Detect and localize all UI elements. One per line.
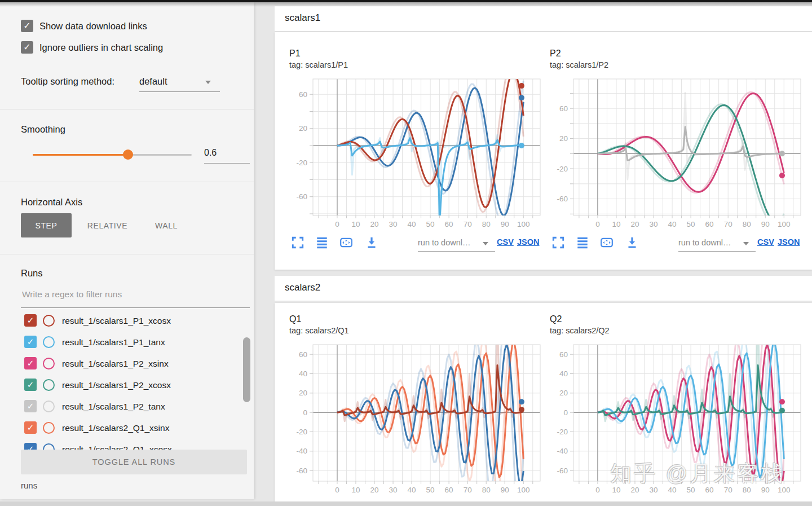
chart-toolbar: run to downl… CSV JSON xyxy=(282,235,541,255)
download-icon[interactable] xyxy=(365,236,378,249)
fit-domain-icon[interactable] xyxy=(339,236,353,249)
run-checkbox[interactable]: ✓ xyxy=(24,314,37,327)
run-list-item[interactable]: ✓result_1/scalars1_P1_xcosx xyxy=(0,312,242,333)
line-chart-Q1[interactable]: 01020304050607080901006040200-20-40-60 xyxy=(282,340,541,504)
run-checkbox[interactable]: ✓ xyxy=(24,379,37,391)
run-to-download-dropdown[interactable]: run to downl… xyxy=(678,238,737,247)
chart-toolbar: run to downl… CSV JSON xyxy=(542,235,802,255)
toggle-all-runs-button[interactable]: TOGGLE ALL RUNS xyxy=(21,450,247,474)
run-list-item[interactable]: ✓result_1/scalars1_P2_xcosx xyxy=(0,376,242,398)
svg-text:40: 40 xyxy=(668,220,677,228)
download-dropdown-underline xyxy=(418,251,495,252)
run-list-item[interactable]: ✓result_1/scalars1_P1_tanx xyxy=(0,333,242,355)
svg-text:80: 80 xyxy=(482,486,491,494)
svg-text:20: 20 xyxy=(299,124,307,133)
smoothing-label: Smoothing xyxy=(21,124,65,135)
csv-download-link[interactable]: CSV xyxy=(497,237,514,247)
run-name-label: result_1/scalars1_P1_tanx xyxy=(62,336,165,349)
run-checkbox[interactable]: ✓ xyxy=(24,421,37,434)
show-download-links-checkbox[interactable]: ✓ xyxy=(21,20,33,32)
svg-text:30: 30 xyxy=(650,220,658,228)
run-color-ring-icon[interactable] xyxy=(43,358,55,369)
run-color-ring-icon[interactable] xyxy=(43,379,55,391)
svg-text:60: 60 xyxy=(445,486,453,494)
section-header-scalars2[interactable]: scalars2 xyxy=(275,276,812,301)
top-bar-shadow xyxy=(0,2,812,7)
svg-text:-40: -40 xyxy=(296,447,307,455)
svg-text:20: 20 xyxy=(559,389,568,397)
download-dropdown-caret-icon[interactable] xyxy=(743,242,749,245)
axis-step-button[interactable]: STEP xyxy=(21,213,72,237)
svg-text:40: 40 xyxy=(299,369,307,378)
run-checkbox[interactable]: ✓ xyxy=(24,400,37,412)
run-checkbox[interactable]: ✓ xyxy=(24,336,37,348)
svg-text:20: 20 xyxy=(299,389,307,397)
divider xyxy=(0,182,254,182)
line-chart-P1[interactable]: 01020304050607080901006020-20-60 xyxy=(282,74,541,238)
chart-title: P1 xyxy=(289,49,301,59)
tensorboard-scalars-page: ✓ Show data download links ✓ Ignore outl… xyxy=(0,0,812,506)
svg-text:90: 90 xyxy=(761,220,770,228)
axis-wall-button[interactable]: WALL xyxy=(145,213,187,237)
smoothing-slider-handle[interactable] xyxy=(123,149,133,160)
smoothing-slider[interactable] xyxy=(33,154,192,156)
svg-text:10: 10 xyxy=(351,486,360,494)
svg-text:10: 10 xyxy=(612,220,620,228)
tooltip-dropdown-caret-icon[interactable] xyxy=(205,81,211,84)
svg-text:20: 20 xyxy=(370,486,378,494)
data-table-icon[interactable] xyxy=(315,236,329,249)
fit-domain-icon[interactable] xyxy=(600,236,614,249)
svg-text:90: 90 xyxy=(501,220,509,228)
axis-relative-button[interactable]: RELATIVE xyxy=(81,213,134,237)
bottom-scroll-strip[interactable] xyxy=(0,501,812,506)
svg-text:100: 100 xyxy=(778,220,791,228)
data-table-icon[interactable] xyxy=(576,236,589,249)
chart-title: Q1 xyxy=(289,314,301,324)
svg-text:50: 50 xyxy=(426,486,435,494)
svg-text:0: 0 xyxy=(303,408,307,417)
chart-tag: tag: scalars2/Q2 xyxy=(550,326,610,335)
smoothing-value[interactable]: 0.6 xyxy=(204,148,250,158)
run-color-ring-icon[interactable] xyxy=(43,315,55,327)
chart-tag: tag: scalars2/Q1 xyxy=(289,326,349,335)
download-icon[interactable] xyxy=(625,236,639,249)
download-dropdown-caret-icon[interactable] xyxy=(483,242,488,245)
json-download-link[interactable]: JSON xyxy=(778,237,800,247)
run-name-label: result_1/scalars1_P2_xsinx xyxy=(62,357,169,371)
smoothing-value-underline xyxy=(204,163,250,164)
run-list-item[interactable]: ✓result_1/scalars1_P2_xsinx xyxy=(0,355,242,376)
ignore-outliers-checkbox[interactable]: ✓ xyxy=(21,41,33,54)
svg-text:-60: -60 xyxy=(557,195,568,203)
svg-text:0: 0 xyxy=(335,220,339,228)
svg-text:40: 40 xyxy=(559,369,568,378)
line-chart-P2[interactable]: 01020304050607080901006020-20-60 xyxy=(542,74,802,238)
run-color-ring-icon[interactable] xyxy=(43,336,55,348)
tooltip-sorting-dropdown[interactable]: default xyxy=(139,76,207,87)
svg-text:20: 20 xyxy=(630,220,639,228)
csv-download-link[interactable]: CSV xyxy=(757,237,774,247)
run-list-item[interactable]: ✓result_1/scalars1_P2_tanx xyxy=(0,398,242,419)
chart-block-Q1: Q1 tag: scalars2/Q1 01020304050607080901… xyxy=(282,314,541,506)
svg-text:0: 0 xyxy=(595,486,600,494)
json-download-link[interactable]: JSON xyxy=(517,237,540,247)
svg-text:100: 100 xyxy=(517,486,530,494)
svg-text:10: 10 xyxy=(351,220,360,228)
show-download-links-label: Show data download links xyxy=(39,20,147,32)
download-dropdown-underline xyxy=(678,251,756,252)
run-color-ring-icon[interactable] xyxy=(43,422,55,434)
run-list-item[interactable]: ✓result_1/scalars2_Q1_xsinx xyxy=(0,419,242,441)
fullscreen-icon[interactable] xyxy=(291,236,304,249)
run-to-download-dropdown[interactable]: run to downl… xyxy=(418,238,476,247)
run-filter-input[interactable] xyxy=(21,289,249,300)
run-color-ring-icon[interactable] xyxy=(43,401,55,412)
run-name-label: result_1/scalars1_P2_xcosx xyxy=(62,379,171,392)
runs-scrollbar[interactable] xyxy=(243,337,250,402)
smoothing-slider-fill xyxy=(33,154,128,156)
run-checkbox[interactable]: ✓ xyxy=(24,357,37,369)
svg-text:20: 20 xyxy=(559,134,568,143)
svg-text:-20: -20 xyxy=(557,165,568,173)
section-header-scalars1[interactable]: scalars1 xyxy=(275,6,812,32)
fullscreen-icon[interactable] xyxy=(551,236,565,249)
svg-text:40: 40 xyxy=(408,220,416,228)
window-top-bar xyxy=(0,0,812,2)
